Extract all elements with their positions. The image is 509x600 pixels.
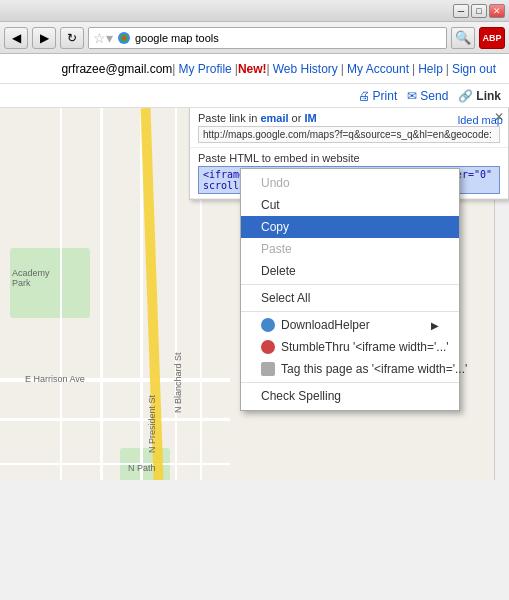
street-h-2 xyxy=(0,418,230,421)
tag-page-label: Tag this page as '<iframe width='...' xyxy=(281,362,467,376)
email-text: email xyxy=(260,112,288,124)
send-icon: ✉ xyxy=(407,89,417,103)
ctx-separator-1 xyxy=(241,284,459,285)
ctx-separator-3 xyxy=(241,382,459,383)
stumblethru-label: StumbleThru '<iframe width='...' xyxy=(281,340,449,354)
check-spelling-label: Check Spelling xyxy=(261,389,341,403)
favicon-icon xyxy=(117,31,131,45)
url-display[interactable]: http://maps.google.com/maps?f=q&source=s… xyxy=(198,126,500,143)
bookmark-star-icon[interactable]: ☆▾ xyxy=(93,30,113,46)
street-v-1 xyxy=(100,108,103,480)
paste-link-label: Paste link in email or IM xyxy=(198,112,500,124)
separator-4: | xyxy=(341,62,344,76)
undo-label: Undo xyxy=(261,176,290,190)
ctx-delete[interactable]: Delete xyxy=(241,260,459,282)
academy-park-label: AcademyPark xyxy=(12,268,50,288)
im-text: IM xyxy=(304,112,316,124)
ctx-undo[interactable]: Undo xyxy=(241,172,459,194)
n-blanchard-label: N Blanchard St xyxy=(173,352,183,413)
search-button[interactable]: 🔍 xyxy=(451,27,475,49)
refresh-button[interactable]: ↻ xyxy=(60,27,84,49)
print-link[interactable]: 🖨 Print xyxy=(358,89,398,103)
address-input[interactable]: google map tools xyxy=(135,32,442,44)
ctx-stumblethru[interactable]: StumbleThru '<iframe width='...' xyxy=(241,336,459,358)
ctx-separator-2 xyxy=(241,311,459,312)
ctx-cut[interactable]: Cut xyxy=(241,194,459,216)
minimize-button[interactable]: ─ xyxy=(453,4,469,18)
forward-button[interactable]: ▶ xyxy=(32,27,56,49)
separator-5: | xyxy=(412,62,415,76)
paste-label: Paste xyxy=(261,242,292,256)
link-label: Link xyxy=(476,89,501,103)
title-bar: ─ □ ✕ xyxy=(0,0,509,22)
close-button[interactable]: ✕ xyxy=(489,4,505,18)
copy-label: Copy xyxy=(261,220,289,234)
link-link[interactable]: 🔗 Link xyxy=(458,89,501,103)
enlarged-map-link[interactable]: lded map xyxy=(458,114,503,126)
separator-6: | xyxy=(446,62,449,76)
map-container: AcademyPark WheatonCollege E Harrison Av… xyxy=(0,108,509,480)
address-bar: ☆▾ google map tools xyxy=(88,27,447,49)
select-all-label: Select All xyxy=(261,291,310,305)
ctx-download-helper[interactable]: DownloadHelper ▶ xyxy=(241,314,459,336)
new-badge: New! xyxy=(238,62,267,76)
n-president-label: N President St xyxy=(147,395,157,453)
print-label: Print xyxy=(373,89,398,103)
web-history-link[interactable]: Web History xyxy=(273,62,338,76)
window-controls: ─ □ ✕ xyxy=(453,4,505,18)
ctx-copy[interactable]: Copy xyxy=(241,216,459,238)
send-link[interactable]: ✉ Send xyxy=(407,89,448,103)
svg-point-2 xyxy=(122,36,126,40)
ctx-tag-page[interactable]: Tag this page as '<iframe width='...' xyxy=(241,358,459,380)
street-h-5 xyxy=(0,463,230,465)
n-path-label: N Path xyxy=(128,463,156,473)
nav-bar: ◀ ▶ ↻ ☆▾ google map tools 🔍 ABP xyxy=(0,22,509,54)
print-icon: 🖨 xyxy=(358,89,370,103)
ctx-paste[interactable]: Paste xyxy=(241,238,459,260)
download-helper-icon xyxy=(261,318,275,332)
e-harrison-label: E Harrison Ave xyxy=(25,374,85,384)
download-helper-label: DownloadHelper xyxy=(281,318,370,332)
my-account-link[interactable]: My Account xyxy=(347,62,409,76)
maximize-button[interactable]: □ xyxy=(471,4,487,18)
ctx-select-all[interactable]: Select All xyxy=(241,287,459,309)
paste-html-label: Paste HTML to embed in website xyxy=(198,152,500,164)
delete-label: Delete xyxy=(261,264,296,278)
user-email: grfrazee@gmail.com xyxy=(61,62,172,76)
sign-out-link[interactable]: Sign out xyxy=(452,62,496,76)
back-button[interactable]: ◀ xyxy=(4,27,28,49)
help-link[interactable]: Help xyxy=(418,62,443,76)
cut-label: Cut xyxy=(261,198,280,212)
context-menu: Undo Cut Copy Paste Delete Select All Do… xyxy=(240,168,460,411)
google-header: grfrazee@gmail.com | My Profile | New! |… xyxy=(0,54,509,84)
send-label: Send xyxy=(420,89,448,103)
tag-page-icon xyxy=(261,362,275,376)
map-toolbar: 🖨 Print ✉ Send 🔗 Link xyxy=(0,84,509,108)
submenu-arrow-icon: ▶ xyxy=(431,320,439,331)
separator-1: | xyxy=(172,62,175,76)
ctx-check-spelling[interactable]: Check Spelling xyxy=(241,385,459,407)
stumblethru-icon xyxy=(261,340,275,354)
abp-button[interactable]: ABP xyxy=(479,27,505,49)
street-v-3 xyxy=(175,108,177,480)
chain-icon: 🔗 xyxy=(458,89,473,103)
my-profile-link[interactable]: My Profile xyxy=(178,62,231,76)
separator-3: | xyxy=(267,62,270,76)
street-v-4 xyxy=(60,108,62,480)
